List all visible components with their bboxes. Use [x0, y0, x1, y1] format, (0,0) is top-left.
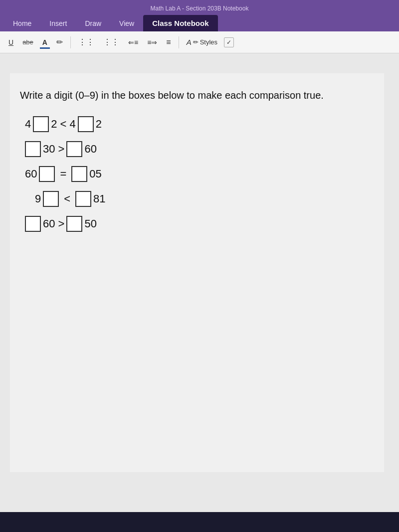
- align-button[interactable]: ≡: [164, 36, 173, 48]
- indent-left-button[interactable]: ⇐≡: [126, 37, 141, 48]
- p3-text-3: 05: [89, 168, 101, 180]
- styles-pencil-icon: ✏: [193, 38, 199, 46]
- toolbar: U abe A ✏ ⋮⋮ ⋮⋮ ⇐≡ ≡⇒ ≡ A ✏ Styles: [0, 31, 399, 53]
- problem-row-3: 60 = 05: [25, 166, 374, 182]
- p2-box-2[interactable]: [66, 141, 82, 157]
- pencil-button[interactable]: ✏: [54, 36, 65, 48]
- tab-home[interactable]: Home: [4, 15, 40, 31]
- check-button[interactable]: ✓: [224, 37, 234, 47]
- title-bar: Math Lab A - Section 203B Notebook Home …: [0, 0, 399, 31]
- p1-text-3: 2: [96, 118, 102, 131]
- p2-text-2: 60: [84, 143, 96, 156]
- p1-text-2: 2 < 4: [51, 118, 76, 131]
- problem-row-4: 9 < 81: [25, 191, 374, 207]
- tab-classnotebook[interactable]: Class Notebook: [143, 15, 217, 31]
- p5-box-1[interactable]: [25, 216, 41, 232]
- p4-box-1[interactable]: [43, 191, 59, 207]
- document-title: Math Lab A - Section 203B Notebook: [0, 3, 399, 15]
- strikethrough-button[interactable]: abe: [20, 37, 36, 47]
- list-button-2[interactable]: ⋮⋮: [101, 36, 122, 48]
- styles-button[interactable]: A ✏ Styles: [184, 36, 220, 48]
- p5-box-2[interactable]: [66, 216, 82, 232]
- p2-text-1: 30 >: [43, 143, 64, 156]
- pencil-icon: ✏: [56, 37, 63, 47]
- p1-box-1[interactable]: [33, 116, 49, 132]
- p1-text-1: 4: [25, 118, 31, 131]
- underline-button[interactable]: U: [6, 37, 16, 48]
- problem-row-5: 60 > 50: [25, 216, 374, 232]
- p3-text-1: 60: [25, 168, 37, 180]
- indent-right-button[interactable]: ≡⇒: [145, 37, 160, 48]
- tab-insert[interactable]: Insert: [40, 15, 76, 31]
- list-button-1[interactable]: ⋮⋮: [76, 36, 97, 48]
- content-area: Write a digit (0–9) in the boxes below t…: [0, 53, 399, 512]
- p4-box-2[interactable]: [75, 191, 91, 207]
- check-icon: ✓: [226, 39, 231, 46]
- indent-right-icon: ≡⇒: [147, 38, 157, 46]
- p2-box-1[interactable]: [25, 141, 41, 157]
- p4-text-1: 9: [35, 192, 41, 205]
- problem-row-1: 4 2 < 4 2: [25, 116, 374, 132]
- styles-label: Styles: [200, 38, 217, 46]
- p4-text-2: <: [61, 192, 73, 205]
- instruction-text: Write a digit (0–9) in the boxes below t…: [20, 88, 374, 102]
- worksheet-page: Write a digit (0–9) in the boxes below t…: [10, 73, 384, 472]
- p5-text-2: 50: [84, 217, 96, 230]
- tab-draw[interactable]: Draw: [76, 15, 110, 31]
- p3-box-1[interactable]: [39, 166, 55, 182]
- align-icon: ≡: [166, 38, 171, 47]
- tab-view[interactable]: View: [110, 15, 143, 31]
- list-icon-1: ⋮⋮: [78, 37, 94, 47]
- toolbar-divider-2: [179, 36, 179, 48]
- p3-text-2: =: [57, 168, 69, 180]
- ribbon-tabs: Home Insert Draw View Class Notebook: [0, 15, 399, 31]
- toolbar-divider-1: [70, 36, 71, 48]
- p3-box-2[interactable]: [71, 166, 87, 182]
- styles-a-icon: A: [187, 38, 192, 46]
- indent-left-icon: ⇐≡: [128, 38, 138, 46]
- text-color-button[interactable]: A: [40, 37, 50, 48]
- p5-text-1: 60 >: [43, 217, 64, 230]
- problems-container: 4 2 < 4 2 30 > 60 60 =: [20, 116, 374, 232]
- app-container: Math Lab A - Section 203B Notebook Home …: [0, 0, 399, 532]
- p1-box-2[interactable]: [78, 116, 94, 132]
- list-icon-2: ⋮⋮: [103, 37, 119, 47]
- problem-row-2: 30 > 60: [25, 141, 374, 157]
- p4-text-3: 81: [93, 192, 105, 205]
- bottom-bar: [0, 512, 399, 532]
- text-color-label: A: [42, 38, 47, 46]
